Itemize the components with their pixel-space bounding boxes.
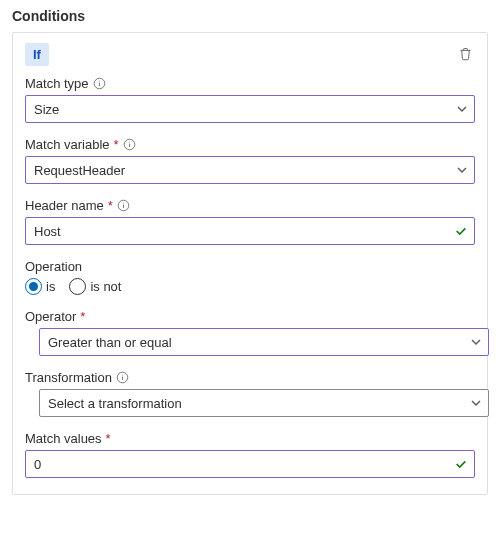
info-icon[interactable] [116,371,129,384]
input-value: Host [34,224,61,239]
radio-label: is [46,279,55,294]
section-title: Conditions [12,8,488,24]
operator-label: Operator * [25,309,475,324]
info-icon[interactable] [123,138,136,151]
match-type-group: Match type Size [25,76,475,123]
transformation-select[interactable]: Select a transformation [39,389,489,417]
match-values-group: Match values * 0 [25,431,475,478]
operation-label: Operation [25,259,475,274]
info-icon[interactable] [93,77,106,90]
header-name-input[interactable]: Host [25,217,475,245]
svg-point-1 [99,81,100,82]
match-variable-select[interactable]: RequestHeader [25,156,475,184]
chevron-down-icon [456,164,468,176]
check-icon [454,224,468,238]
label-text: Operation [25,259,82,274]
operator-select[interactable]: Greater than or equal [39,328,489,356]
required-mark: * [106,431,111,446]
radio-label: is not [90,279,121,294]
select-value: RequestHeader [34,163,125,178]
match-values-label: Match values * [25,431,475,446]
transformation-group: Transformation Select a transformation [25,370,475,417]
chevron-down-icon [470,336,482,348]
header-name-group: Header name * Host [25,198,475,245]
select-placeholder: Select a transformation [48,396,182,411]
match-type-label: Match type [25,76,475,91]
operation-isnot-radio[interactable]: is not [69,278,121,295]
required-mark: * [80,309,85,324]
match-variable-group: Match variable * RequestHeader [25,137,475,184]
required-mark: * [108,198,113,213]
match-type-select[interactable]: Size [25,95,475,123]
if-chip: If [25,43,49,66]
svg-point-3 [129,142,130,143]
condition-card: If Match type Size [12,32,488,495]
match-values-input[interactable]: 0 [25,450,475,478]
label-text: Transformation [25,370,112,385]
operation-group: Operation is is not [25,259,475,295]
operator-group: Operator * Greater than or equal [25,309,475,356]
info-icon[interactable] [117,199,130,212]
operation-radios: is is not [25,278,475,295]
select-value: Size [34,102,59,117]
operation-is-radio[interactable]: is [25,278,55,295]
label-text: Operator [25,309,76,324]
chevron-down-icon [456,103,468,115]
radio-button-selected [25,278,42,295]
delete-button[interactable] [456,44,475,66]
label-text: Match type [25,76,89,91]
input-value: 0 [34,457,41,472]
label-text: Header name [25,198,104,213]
label-text: Match values [25,431,102,446]
select-value: Greater than or equal [48,335,172,350]
svg-point-5 [123,203,124,204]
required-mark: * [114,137,119,152]
header-name-label: Header name * [25,198,475,213]
chevron-down-icon [470,397,482,409]
check-icon [454,457,468,471]
label-text: Match variable [25,137,110,152]
radio-button [69,278,86,295]
transformation-label: Transformation [25,370,475,385]
trash-icon [458,46,473,64]
match-variable-label: Match variable * [25,137,475,152]
svg-point-7 [122,375,123,376]
card-header: If [25,43,475,66]
